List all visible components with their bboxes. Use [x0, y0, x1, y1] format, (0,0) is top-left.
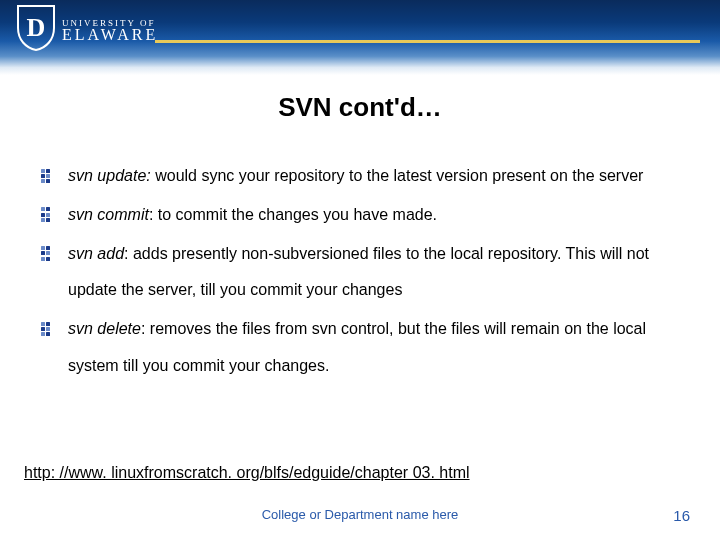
bullet-icon	[40, 207, 54, 221]
reference-link[interactable]: http: //www. linuxfromscratch. org/blfs/…	[24, 464, 470, 482]
bullet-text: : removes the files from svn control, bu…	[68, 320, 646, 374]
logo-line2: ELAWARE	[62, 26, 158, 44]
bullet-text: would sync your repository to the latest…	[151, 167, 644, 184]
footer-text: College or Department name here	[0, 507, 720, 522]
page-number: 16	[673, 507, 690, 524]
bullet-item: svn delete: removes the files from svn c…	[40, 311, 690, 385]
bullet-icon	[40, 168, 54, 182]
bullet-item: svn update: would sync your repository t…	[40, 158, 690, 195]
slide-title: SVN cont'd…	[0, 92, 720, 123]
bullet-text: : adds presently non-subversioned files …	[68, 245, 649, 299]
bullet-command: svn add	[68, 245, 124, 262]
bullet-list: svn update: would sync your repository t…	[40, 158, 690, 385]
svg-text:D: D	[27, 13, 46, 42]
bullet-icon	[40, 246, 54, 260]
bullet-icon	[40, 321, 54, 335]
logo-text: UNIVERSITY OF ELAWARE	[62, 18, 158, 44]
bullet-text: : to commit the changes you have made.	[149, 206, 437, 223]
content-body: svn update: would sync your repository t…	[40, 158, 690, 387]
bullet-command: svn commit	[68, 206, 149, 223]
bullet-command: svn delete	[68, 320, 141, 337]
header-divider	[155, 40, 700, 43]
bullet-item: svn commit: to commit the changes you ha…	[40, 197, 690, 234]
bullet-command: svn update:	[68, 167, 151, 184]
bullet-item: svn add: adds presently non-subversioned…	[40, 236, 690, 310]
